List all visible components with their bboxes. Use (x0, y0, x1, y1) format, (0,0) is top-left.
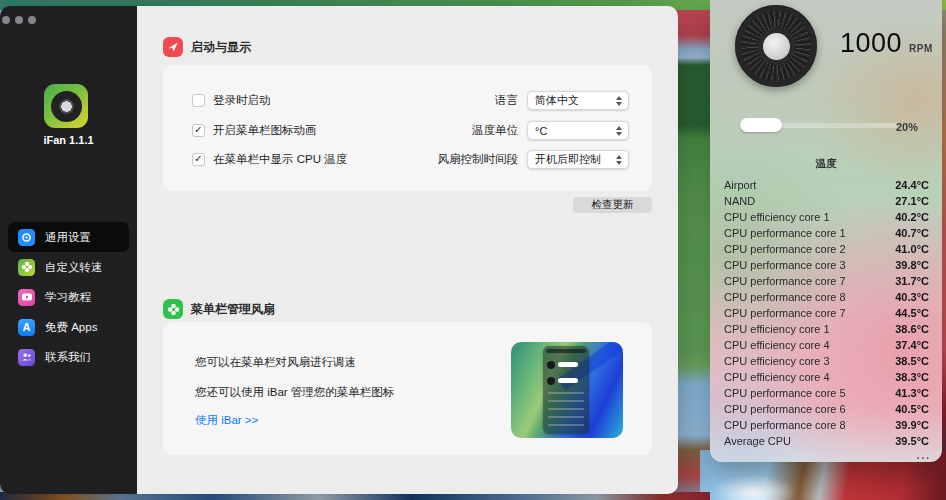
preview-popover (543, 346, 589, 434)
slider-thumb[interactable] (740, 118, 782, 132)
menubar-fan-section-header: 菜单栏管理风扇 (163, 299, 275, 319)
checkbox-label: 开启菜单栏图标动画 (213, 123, 317, 138)
select-value: 开机后即控制 (535, 152, 613, 167)
stepper-icon (613, 93, 624, 108)
settings-content: 启动与显示 登录时启动 ✓ 开启菜单栏图标动画 ✓ 在菜单栏中显示 CPU 温度… (137, 6, 678, 494)
checkbox-menubar-icon-animation[interactable]: ✓ (192, 124, 205, 137)
ifan-settings-window: iFan 1.1.1 通用设置 自定义转速 (0, 6, 678, 494)
temp-row: CPU performance core 744.5°C (710, 305, 942, 321)
section-title: 启动与显示 (191, 39, 251, 56)
temp-row: CPU efficiency core 140.2°C (710, 209, 942, 225)
temperature-header: 温度 (710, 157, 942, 171)
checkbox-show-cpu-temp[interactable]: ✓ (192, 153, 205, 166)
app-icon (44, 84, 88, 128)
fan-wheel-icon (735, 5, 817, 87)
sidebar-menu: 通用设置 自定义转速 学习教程 (8, 222, 129, 372)
fan-clover-icon (18, 259, 35, 276)
more-options-button[interactable]: ... (917, 452, 931, 460)
stepper-icon (613, 152, 624, 167)
temp-unit-row: 温度单位 °C (363, 121, 629, 140)
sidebar-item-tutorial[interactable]: 学习教程 (8, 282, 129, 312)
temp-unit-select[interactable]: °C (527, 121, 629, 140)
paper-plane-icon (163, 37, 183, 57)
temp-row: CPU efficiency core 438.3°C (710, 369, 942, 385)
temp-row: CPU performance core 241.0°C (710, 241, 942, 257)
check-update-button[interactable]: 检查更新 (573, 197, 652, 213)
info-line: 您可以在菜单栏对风扇进行调速 (195, 355, 356, 370)
fan-speed-percent: 20% (896, 121, 928, 133)
sidebar-item-general-settings[interactable]: 通用设置 (8, 222, 129, 252)
sidebar-item-custom-speed[interactable]: 自定义转速 (8, 252, 129, 282)
menubar-preview-image (511, 342, 623, 438)
temp-row: CPU efficiency core 138.6°C (710, 321, 942, 337)
info-line: 您还可以使用 iBar 管理您的菜单栏图标 (195, 385, 394, 400)
temp-row: CPU performance core 339.8°C (710, 257, 942, 273)
temp-row: CPU performance core 840.3°C (710, 289, 942, 305)
fan-speed-slider[interactable] (740, 116, 900, 134)
window-controls (2, 16, 36, 24)
close-window-button[interactable] (2, 16, 10, 24)
select-label: 语言 (363, 93, 518, 108)
sidebar-item-label: 联系我们 (45, 350, 91, 365)
sidebar-item-free-apps[interactable]: A 免费 Apps (8, 312, 129, 342)
checkbox-label: 登录时启动 (213, 93, 271, 108)
menubar-animation-row: ✓ 开启菜单栏图标动画 (192, 123, 317, 137)
rpm-value: 1000 (840, 28, 902, 59)
use-ibar-link[interactable]: 使用 iBar >> (195, 413, 258, 428)
temp-row: CPU performance core 640.5°C (710, 401, 942, 417)
launch-display-card: 登录时启动 ✓ 开启菜单栏图标动画 ✓ 在菜单栏中显示 CPU 温度 语言 简体… (163, 65, 652, 191)
checkbox-label: 在菜单栏中显示 CPU 温度 (213, 152, 347, 167)
minimize-window-button[interactable] (15, 16, 23, 24)
select-value: 简体中文 (535, 93, 613, 108)
sidebar-item-label: 学习教程 (45, 290, 91, 305)
language-select[interactable]: 简体中文 (527, 91, 629, 110)
section-title: 菜单栏管理风扇 (191, 301, 275, 318)
menubar-fan-card: 您可以在菜单栏对风扇进行调速 您还可以使用 iBar 管理您的菜单栏图标 使用 … (163, 322, 652, 455)
temp-row: CPU performance core 839.9°C (710, 417, 942, 433)
launch-display-section-header: 启动与显示 (163, 37, 251, 57)
temperature-list: Airport24.4°C NAND27.1°C CPU efficiency … (710, 177, 942, 449)
login-launch-row: 登录时启动 (192, 93, 271, 107)
sidebar-item-label: 通用设置 (45, 230, 91, 245)
video-play-icon (18, 289, 35, 306)
zoom-window-button[interactable] (28, 16, 36, 24)
language-row: 语言 简体中文 (363, 91, 629, 110)
stepper-icon (613, 123, 624, 138)
fan-control-period-row: 风扇控制时间段 开机后即控制 (363, 150, 629, 169)
fan-status-popover: 1000 RPM 20% 温度 Airport24.4°C NAND27.1°C… (710, 0, 942, 462)
temp-row: Airport24.4°C (710, 177, 942, 193)
temp-row: CPU performance core 140.7°C (710, 225, 942, 241)
rpm-unit-label: RPM (909, 43, 933, 54)
temp-row: CPU performance core 731.7°C (710, 273, 942, 289)
temp-row: CPU performance core 541.3°C (710, 385, 942, 401)
sidebar-item-label: 免费 Apps (45, 320, 97, 335)
select-value: °C (535, 125, 613, 137)
select-label: 风扇控制时间段 (363, 152, 518, 167)
app-store-icon: A (18, 319, 35, 336)
temp-row: NAND27.1°C (710, 193, 942, 209)
rpm-readout: 1000 RPM (840, 28, 933, 59)
fan-logo-icon (51, 91, 82, 122)
temp-row: CPU efficiency core 437.4°C (710, 337, 942, 353)
desktop-wallpaper (672, 0, 714, 500)
checkbox-launch-at-login[interactable] (192, 94, 205, 107)
people-icon (18, 349, 35, 366)
menubar-cpu-temp-row: ✓ 在菜单栏中显示 CPU 温度 (192, 152, 347, 166)
fan-control-period-select[interactable]: 开机后即控制 (527, 150, 629, 169)
sidebar-item-label: 自定义转速 (45, 260, 103, 275)
sidebar: iFan 1.1.1 通用设置 自定义转速 (0, 6, 137, 494)
gear-icon (18, 229, 35, 246)
fan-hub (763, 33, 790, 60)
temp-row: CPU efficiency core 338.5°C (710, 353, 942, 369)
temp-row: Average CPU39.5°C (710, 433, 942, 449)
sidebar-item-contact-us[interactable]: 联系我们 (8, 342, 129, 372)
select-label: 温度单位 (363, 123, 518, 138)
app-version-label: iFan 1.1.1 (0, 134, 137, 146)
fan-clover-icon (163, 299, 183, 319)
